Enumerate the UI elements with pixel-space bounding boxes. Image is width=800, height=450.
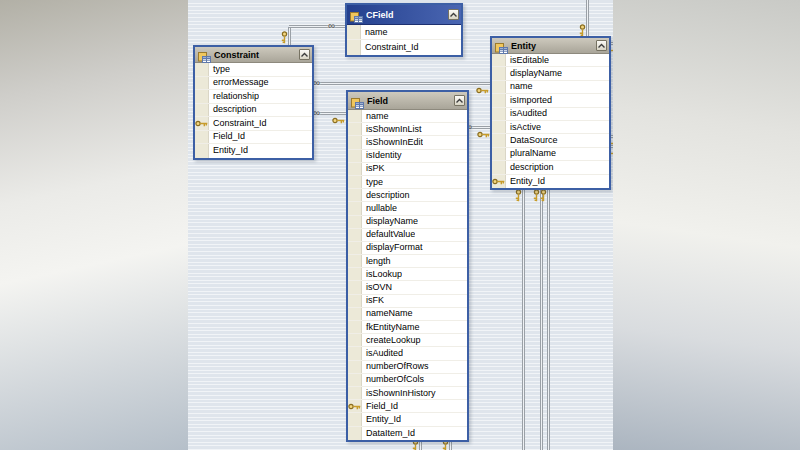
row-gutter [195, 77, 209, 90]
table-row[interactable]: name [347, 25, 461, 40]
table-row[interactable]: defaultValue [348, 229, 467, 242]
row-gutter [195, 104, 209, 117]
field-name: isEditable [506, 56, 549, 65]
field-list: isEditabledisplayNamenameisImportedisAud… [492, 54, 609, 188]
table-row[interactable]: isShownInHistory [348, 387, 467, 400]
table-row[interactable]: isOVN [348, 281, 467, 294]
table-constraint[interactable]: Constraint typeerrorMessagerelationshipd… [193, 45, 314, 160]
table-header[interactable]: Entity [492, 38, 609, 54]
field-name: numberOfRows [362, 362, 429, 371]
table-row[interactable]: isPK [348, 163, 467, 176]
table-row[interactable]: Entity_Id [195, 144, 312, 158]
table-row[interactable]: Field_Id [348, 400, 467, 413]
table-row[interactable]: isLookup [348, 268, 467, 281]
collapse-button[interactable] [299, 49, 310, 60]
table-row[interactable]: isAudited [492, 108, 609, 121]
row-gutter [348, 295, 362, 307]
field-list: nameisShownInListisShownInEditisIdentity… [348, 110, 467, 440]
letterbox-left [0, 0, 188, 450]
table-row[interactable]: relationship [195, 90, 312, 104]
table-row[interactable]: isEditable [492, 54, 609, 67]
table-row[interactable]: isFK [348, 295, 467, 308]
row-gutter [492, 81, 506, 93]
table-header[interactable]: CField [347, 5, 461, 25]
relationship-connector-entity-to-offscreen-bottom-3[interactable] [547, 185, 550, 450]
table-row[interactable]: isShownInList [348, 123, 467, 136]
table-row[interactable]: Entity_Id [348, 413, 467, 426]
table-row[interactable]: name [348, 110, 467, 123]
relationship-connector-cfield-to-constraint[interactable] [289, 25, 345, 28]
collapse-button[interactable] [448, 9, 459, 20]
relationship-connector-entity-to-offscreen-bottom-1[interactable] [522, 185, 525, 450]
field-name: name [506, 82, 533, 91]
table-row[interactable]: displayFormat [348, 242, 467, 255]
table-row[interactable]: length [348, 255, 467, 268]
table-row[interactable]: isActive [492, 121, 609, 134]
table-row[interactable]: displayName [492, 67, 609, 80]
row-gutter [348, 110, 362, 122]
field-name: relationship [209, 92, 259, 101]
row-gutter [348, 216, 362, 228]
table-row[interactable]: fkEntityName [348, 321, 467, 334]
table-row[interactable]: DataSource [492, 134, 609, 147]
table-row[interactable]: type [348, 176, 467, 189]
field-name: isActive [506, 123, 541, 132]
row-gutter [348, 202, 362, 214]
row-gutter [348, 150, 362, 162]
field-name: Entity_Id [209, 146, 248, 155]
field-name: pluralName [506, 149, 556, 158]
table-row[interactable]: createLookup [348, 334, 467, 347]
field-name: isOVN [362, 283, 392, 292]
field-name: displayName [362, 217, 418, 226]
table-row[interactable]: Constraint_Id [195, 117, 312, 131]
table-row[interactable]: nameName [348, 308, 467, 321]
row-gutter [348, 255, 362, 267]
field-name: Field_Id [362, 402, 398, 411]
table-row[interactable]: description [492, 161, 609, 174]
table-row[interactable]: type [195, 63, 312, 77]
relationship-connector-constraint-to-entity[interactable] [312, 82, 490, 85]
relationship-connector-entity-to-offscreen-bottom-2[interactable] [540, 185, 543, 450]
table-row[interactable]: description [348, 189, 467, 202]
row-gutter [195, 63, 209, 76]
table-row[interactable]: description [195, 104, 312, 118]
row-gutter [492, 67, 506, 79]
table-row[interactable]: name [492, 81, 609, 94]
table-row[interactable]: pluralName [492, 148, 609, 161]
table-cfield[interactable]: CField nameConstraint_Id [345, 3, 463, 57]
table-row[interactable]: Constraint_Id [347, 40, 461, 55]
table-row[interactable]: isImported [492, 94, 609, 107]
table-header[interactable]: Constraint [195, 47, 312, 63]
collapse-button[interactable] [596, 40, 607, 51]
field-name: isAudited [506, 109, 547, 118]
key-end-icon [288, 31, 295, 44]
row-gutter [348, 374, 362, 386]
table-entity[interactable]: Entity isEditabledisplayNamenameisImport… [490, 36, 611, 190]
field-name: isShownInHistory [362, 389, 436, 398]
table-row[interactable]: DataItem_Id [348, 427, 467, 440]
table-icon [495, 40, 508, 51]
table-row[interactable]: isShownInEdit [348, 136, 467, 149]
table-row[interactable]: nullable [348, 202, 467, 215]
row-gutter [492, 161, 506, 173]
row-gutter [348, 268, 362, 280]
table-row[interactable]: isAudited [348, 347, 467, 360]
chevron-up-icon [300, 51, 309, 59]
gold-key-icon [533, 189, 540, 202]
table-row[interactable]: numberOfRows [348, 361, 467, 374]
collapse-button[interactable] [454, 95, 465, 106]
table-row[interactable]: errorMessage [195, 77, 312, 91]
table-header[interactable]: Field [348, 92, 467, 110]
row-gutter [348, 427, 362, 440]
table-row[interactable]: Field_Id [195, 131, 312, 145]
gold-key-icon [540, 189, 547, 202]
table-row[interactable]: numberOfCols [348, 374, 467, 387]
row-gutter [195, 90, 209, 103]
row-gutter [348, 136, 362, 148]
field-list: typeerrorMessagerelationshipdescriptionC… [195, 63, 312, 158]
table-row[interactable]: Entity_Id [492, 175, 609, 188]
table-row[interactable]: isIdentity [348, 150, 467, 163]
table-field[interactable]: Field nameisShownInListisShownInEditisId… [346, 90, 469, 442]
table-row[interactable]: displayName [348, 216, 467, 229]
field-name: description [209, 105, 257, 114]
